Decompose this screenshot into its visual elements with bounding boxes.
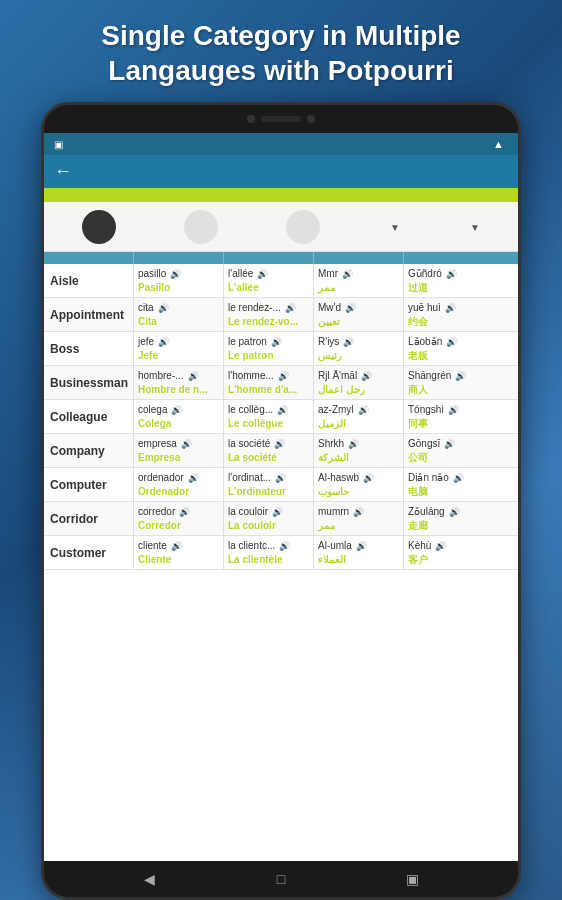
arabic-cell[interactable]: R'iys🔊رئيس — [314, 332, 404, 365]
arabic-cell[interactable]: Mw'd🔊تعيين — [314, 298, 404, 331]
mandarin-speaker-icon[interactable]: 🔊 — [449, 507, 460, 517]
mandarin-cell[interactable]: Lǎobǎn🔊老板 — [404, 332, 484, 365]
french-cell[interactable]: le patron🔊Le patron — [224, 332, 314, 365]
mandarin-speaker-icon[interactable]: 🔊 — [445, 303, 456, 313]
french-speaker-icon[interactable]: 🔊 — [277, 405, 288, 415]
spanish-native: corredor — [138, 505, 175, 518]
mandarin-speaker-icon[interactable]: 🔊 — [446, 337, 457, 347]
back-nav-button[interactable]: ◀ — [139, 868, 161, 890]
spanish-speaker-icon[interactable]: 🔊 — [179, 507, 190, 517]
back-button[interactable]: ← — [54, 161, 72, 182]
table-row[interactable]: Corridorcorredor🔊Corredorla couloir🔊La c… — [44, 502, 518, 536]
play-control[interactable] — [82, 210, 116, 247]
spanish-cell[interactable]: empresa🔊Empresa — [134, 434, 224, 467]
spanish-cell[interactable]: hombre-...🔊Hombre de n... — [134, 366, 224, 399]
mandarin-speaker-icon[interactable]: 🔊 — [455, 371, 466, 381]
arabic-cell[interactable]: Mmr🔊ممر — [314, 264, 404, 297]
arabic-cell[interactable]: mumrn🔊ممر — [314, 502, 404, 535]
spanish-speaker-icon[interactable]: 🔊 — [171, 541, 182, 551]
table-row[interactable]: Businessmanhombre-...🔊Hombre de n...l'ho… — [44, 366, 518, 400]
arabic-speaker-icon[interactable]: 🔊 — [353, 507, 364, 517]
arabic-cell[interactable]: Al-haswb🔊حاسوب — [314, 468, 404, 501]
arabic-cell[interactable]: Rjl Ā'māl🔊رجل اعمال — [314, 366, 404, 399]
arabic-speaker-icon[interactable]: 🔊 — [356, 541, 367, 551]
arabic-speaker-icon[interactable]: 🔊 — [348, 439, 359, 449]
mandarin-cell[interactable]: Kèhù🔊客户 — [404, 536, 484, 569]
french-cell[interactable]: le collèg...🔊Le collègue — [224, 400, 314, 433]
french-cell[interactable]: la société🔊La société — [224, 434, 314, 467]
spanish-speaker-icon[interactable]: 🔊 — [188, 473, 199, 483]
arabic-speaker-icon[interactable]: 🔊 — [358, 405, 369, 415]
delay-time-control[interactable]: ▼ — [468, 222, 480, 236]
french-cell[interactable]: l'homme...🔊L'homme d'a... — [224, 366, 314, 399]
spanish-speaker-icon[interactable]: 🔊 — [170, 269, 181, 279]
spanish-phonetic: Pasillo — [138, 281, 170, 294]
arabic-speaker-icon[interactable]: 🔊 — [342, 269, 353, 279]
french-speaker-icon[interactable]: 🔊 — [257, 269, 268, 279]
mandarin-speaker-icon[interactable]: 🔊 — [446, 269, 457, 279]
turbo-play-bar[interactable] — [44, 188, 518, 202]
mandarin-speaker-icon[interactable]: 🔊 — [444, 439, 455, 449]
arabic-cell[interactable]: Al-umla🔊العملاء — [314, 536, 404, 569]
spanish-cell[interactable]: cita🔊Cita — [134, 298, 224, 331]
table-row[interactable]: Bossjefe🔊Jefele patron🔊Le patronR'iys🔊رئ… — [44, 332, 518, 366]
mandarin-cell[interactable]: Diǎn nǎo🔊电脑 — [404, 468, 484, 501]
mandarin-cell[interactable]: Shāngrén🔊商人 — [404, 366, 484, 399]
play-icon[interactable] — [82, 210, 116, 244]
french-speaker-icon[interactable]: 🔊 — [275, 473, 286, 483]
spanish-speaker-icon[interactable]: 🔊 — [181, 439, 192, 449]
french-cell[interactable]: l'ordinat...🔊L'ordinateur — [224, 468, 314, 501]
arabic-speaker-icon[interactable]: 🔊 — [343, 337, 354, 347]
mandarin-cell[interactable]: Zǒuláng🔊走廊 — [404, 502, 484, 535]
table-row[interactable]: Colleaguecolega🔊Colegale collèg...🔊Le co… — [44, 400, 518, 434]
mandarin-cell[interactable]: Gōngsī🔊公司 — [404, 434, 484, 467]
shuffle-icon[interactable] — [184, 210, 218, 244]
table-row[interactable]: Companyempresa🔊Empresala société🔊La soci… — [44, 434, 518, 468]
table-row[interactable]: Customercliente🔊Clientela clientc...🔊La … — [44, 536, 518, 570]
french-cell[interactable]: la clientc...🔊La clientèle — [224, 536, 314, 569]
status-left: ▣ — [54, 139, 63, 150]
spanish-cell[interactable]: pasillo🔊Pasillo — [134, 264, 224, 297]
spanish-speaker-icon[interactable]: 🔊 — [171, 405, 182, 415]
spanish-speaker-icon[interactable]: 🔊 — [188, 371, 199, 381]
french-cell[interactable]: l'allée🔊L'allée — [224, 264, 314, 297]
arabic-speaker-icon[interactable]: 🔊 — [363, 473, 374, 483]
spanish-speaker-icon[interactable]: 🔊 — [158, 303, 169, 313]
table-row[interactable]: Computerordenador🔊Ordenadorl'ordinat...🔊… — [44, 468, 518, 502]
mandarin-cell[interactable]: yuē huì🔊约会 — [404, 298, 484, 331]
recents-nav-button[interactable]: ▣ — [401, 868, 423, 890]
table-row[interactable]: Appointmentcita🔊Citale rendez-...🔊Le ren… — [44, 298, 518, 332]
word-cell: Businessman — [44, 366, 134, 399]
french-speaker-icon[interactable]: 🔊 — [272, 507, 283, 517]
french-speaker-icon[interactable]: 🔊 — [279, 541, 290, 551]
french-speaker-icon[interactable]: 🔊 — [271, 337, 282, 347]
french-speaker-icon[interactable]: 🔊 — [274, 439, 285, 449]
home-nav-button[interactable]: □ — [270, 868, 292, 890]
spanish-cell[interactable]: colega🔊Colega — [134, 400, 224, 433]
french-speaker-icon[interactable]: 🔊 — [285, 303, 296, 313]
arabic-cell[interactable]: az-Zmyl🔊الزميل — [314, 400, 404, 433]
french-cell[interactable]: la couloir🔊La couloir — [224, 502, 314, 535]
mandarin-speaker-icon[interactable]: 🔊 — [435, 541, 446, 551]
mandarin-speaker-icon[interactable]: 🔊 — [453, 473, 464, 483]
spanish-cell[interactable]: cliente🔊Cliente — [134, 536, 224, 569]
repeat-control[interactable] — [286, 210, 320, 247]
repeat-times-control[interactable]: ▼ — [388, 222, 400, 236]
french-native: la société — [228, 437, 270, 450]
mandarin-cell[interactable]: Gǔñdró🔊过道 — [404, 264, 484, 297]
arabic-speaker-icon[interactable]: 🔊 — [361, 371, 372, 381]
arabic-cell[interactable]: Shrkh🔊الشركة — [314, 434, 404, 467]
repeat-icon[interactable] — [286, 210, 320, 244]
table-row[interactable]: Aislepasillo🔊Pasillol'allée🔊L'alléeMmr🔊م… — [44, 264, 518, 298]
arabic-speaker-icon[interactable]: 🔊 — [345, 303, 356, 313]
shuffle-control[interactable] — [184, 210, 218, 247]
spanish-cell[interactable]: corredor🔊Corredor — [134, 502, 224, 535]
spanish-phonetic: Ordenador — [138, 485, 189, 498]
mandarin-cell[interactable]: Tóngshì🔊同事 — [404, 400, 484, 433]
french-cell[interactable]: le rendez-...🔊Le rendez-vo... — [224, 298, 314, 331]
spanish-speaker-icon[interactable]: 🔊 — [158, 337, 169, 347]
spanish-cell[interactable]: ordenador🔊Ordenador — [134, 468, 224, 501]
french-speaker-icon[interactable]: 🔊 — [278, 371, 289, 381]
spanish-cell[interactable]: jefe🔊Jefe — [134, 332, 224, 365]
mandarin-speaker-icon[interactable]: 🔊 — [448, 405, 459, 415]
